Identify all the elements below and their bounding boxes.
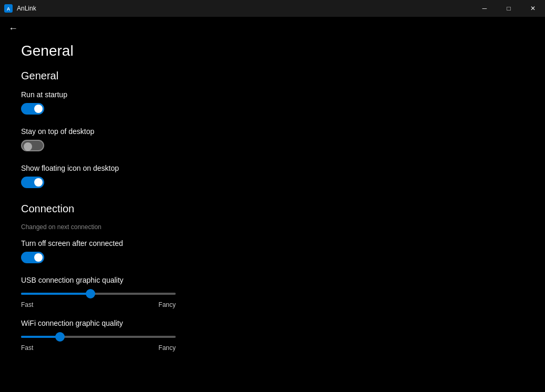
stay-on-top-label: Stay on top of desktop [21, 127, 524, 136]
run-at-startup-item: Run at startup [21, 90, 524, 117]
floating-icon-item: Show floating icon on desktop [21, 164, 524, 190]
usb-quality-item: USB connection graphic quality Fast Fanc… [21, 276, 524, 308]
floating-icon-toggle[interactable] [21, 177, 44, 188]
usb-quality-min-label: Fast [21, 301, 33, 308]
run-at-startup-toggle[interactable] [21, 103, 44, 115]
run-at-startup-label: Run at startup [21, 90, 524, 99]
usb-quality-max-label: Fancy [158, 301, 176, 308]
connection-section-title: Connection [21, 203, 524, 215]
page-title: General [21, 43, 524, 59]
title-bar: A AnLink ─ □ ✕ [0, 0, 545, 17]
wifi-quality-fill [21, 336, 60, 338]
usb-quality-slider-container: Fast Fancy [21, 288, 524, 308]
general-section: General Run at startup Stay on top of de… [21, 70, 524, 190]
usb-quality-fill [21, 293, 90, 295]
svg-text:A: A [7, 6, 11, 12]
wifi-quality-labels: Fast Fancy [21, 344, 176, 352]
usb-quality-label: USB connection graphic quality [21, 276, 524, 284]
wifi-quality-max-label: Fancy [158, 344, 176, 352]
wifi-quality-label: WiFi connection graphic quality [21, 319, 524, 327]
wifi-quality-min-label: Fast [21, 344, 33, 352]
close-button[interactable]: ✕ [521, 0, 545, 17]
stay-on-top-item: Stay on top of desktop [21, 127, 524, 153]
wifi-quality-slider-container: Fast Fancy [21, 332, 524, 352]
turn-off-screen-label: Turn off screen after connected [21, 239, 524, 247]
turn-off-screen-toggle[interactable] [21, 252, 44, 263]
usb-quality-track [21, 293, 176, 295]
floating-icon-label: Show floating icon on desktop [21, 164, 524, 172]
maximize-button[interactable]: □ [497, 0, 521, 17]
back-button[interactable]: ← [0, 19, 545, 38]
wifi-quality-track [21, 336, 176, 338]
app-icon: A [4, 4, 13, 13]
wifi-quality-slider-row [21, 332, 524, 342]
window-controls: ─ □ ✕ [472, 0, 545, 17]
usb-quality-thumb[interactable] [86, 289, 95, 298]
title-bar-left: A AnLink [4, 4, 36, 13]
app-title: AnLink [17, 5, 36, 12]
connection-section: Connection Changed on next connection Tu… [21, 203, 524, 352]
settings-content: General General Run at startup Stay on t… [0, 38, 545, 392]
wifi-quality-item: WiFi connection graphic quality Fast Fan… [21, 319, 524, 352]
stay-on-top-toggle[interactable] [21, 140, 44, 151]
turn-off-screen-item: Turn off screen after connected [21, 239, 524, 265]
usb-quality-slider-row [21, 288, 524, 299]
minimize-button[interactable]: ─ [472, 0, 497, 17]
connection-note: Changed on next connection [21, 223, 524, 231]
usb-quality-labels: Fast Fancy [21, 301, 176, 308]
wifi-quality-thumb[interactable] [55, 332, 65, 342]
general-section-title: General [21, 70, 524, 82]
